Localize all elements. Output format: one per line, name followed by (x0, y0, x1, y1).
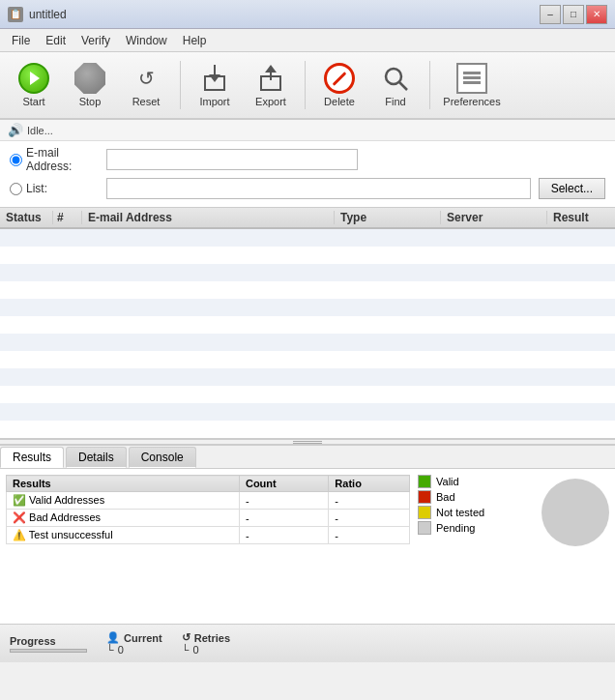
menu-window[interactable]: Window (118, 32, 175, 49)
title-bar-left: 📋 untitled (8, 7, 67, 22)
list-row: List: Select... (10, 176, 605, 201)
legend-bad: Bad (418, 490, 534, 504)
email-input[interactable] (106, 149, 358, 170)
legend-not-tested: Not tested (418, 506, 534, 519)
toolbar-separator-2 (305, 61, 306, 109)
close-button[interactable]: ✕ (586, 5, 607, 24)
valid-label: ✅ Valid Addresses (7, 492, 240, 510)
menu-file[interactable]: File (4, 32, 38, 49)
import-label: Import (199, 96, 229, 107)
start-button[interactable]: Start (8, 57, 60, 113)
reset-label: Reset (132, 96, 161, 107)
legend-not-tested-label: Not tested (436, 507, 484, 518)
tab-bar: Results Details Console (0, 446, 615, 469)
menu-edit[interactable]: Edit (38, 32, 73, 49)
list-label: List: (26, 182, 47, 195)
table-header: Status # E-mail Address Type Server Resu… (0, 208, 615, 229)
stop-icon (74, 63, 105, 94)
results-col-label: Results (7, 476, 240, 492)
table-row (0, 368, 615, 386)
table-row (0, 264, 615, 281)
legend-pending: Pending (418, 521, 534, 535)
current-value: 0 (118, 644, 124, 656)
valid-count: - (239, 492, 328, 510)
list-input[interactable] (106, 178, 531, 199)
toolbar-separator-1 (180, 61, 181, 109)
minimize-button[interactable]: – (540, 5, 561, 24)
tab-details[interactable]: Details (66, 447, 127, 468)
reset-icon (131, 63, 161, 94)
import-icon (199, 63, 230, 94)
window-title: untitled (29, 8, 67, 21)
table-row (0, 316, 615, 334)
import-button[interactable]: Import (189, 57, 241, 113)
delete-button[interactable]: Delete (313, 57, 366, 113)
list-radio[interactable] (10, 183, 22, 195)
select-button[interactable]: Select... (539, 178, 605, 199)
person-icon: 👤 (106, 631, 120, 644)
bad-ratio: - (329, 510, 410, 527)
delete-icon (324, 63, 355, 94)
retries-icon: ↺ (182, 631, 190, 644)
email-label: E-mail Address: (26, 146, 106, 173)
current-value-row: └ 0 (106, 644, 124, 656)
export-label: Export (255, 96, 286, 107)
list-radio-label[interactable]: List: (10, 182, 106, 195)
col-status: Status (0, 211, 53, 224)
stop-label: Stop (79, 96, 102, 107)
unsuccessful-count: - (239, 527, 328, 544)
find-icon-svg (380, 63, 411, 94)
stop-button[interactable]: Stop (64, 57, 116, 113)
status-icon: 🔊 (8, 123, 23, 137)
title-bar-controls: – □ ✕ (540, 5, 607, 24)
table-row (0, 229, 615, 247)
col-type: Type (335, 211, 441, 224)
bad-icon: ❌ (13, 511, 26, 523)
email-radio-label[interactable]: E-mail Address: (10, 146, 106, 173)
find-icon (380, 63, 411, 94)
tab-results[interactable]: Results (0, 447, 64, 468)
table-row (0, 386, 615, 403)
find-button[interactable]: Find (369, 57, 422, 113)
legend-pending-label: Pending (436, 522, 475, 534)
unsuccessful-text: Test unsuccessful (29, 529, 113, 540)
menu-help[interactable]: Help (175, 32, 215, 49)
export-button[interactable]: Export (245, 57, 297, 113)
delete-label: Delete (324, 96, 355, 107)
preferences-icon-graphic (456, 63, 487, 94)
unsuccessful-label: ⚠️ Test unsuccessful (7, 527, 240, 544)
preferences-button[interactable]: Preferences (438, 57, 506, 113)
table-row (0, 247, 615, 264)
progress-bar (10, 649, 87, 653)
menu-verify[interactable]: Verify (73, 32, 118, 49)
start-icon-graphic (18, 63, 49, 94)
maximize-button[interactable]: □ (563, 5, 584, 24)
table-row (0, 421, 615, 438)
input-area: E-mail Address: List: Select... (0, 141, 615, 208)
bad-label: ❌ Bad Addresses (7, 510, 240, 527)
unsuccessful-ratio: - (329, 527, 410, 544)
progress-section: Progress (10, 635, 87, 653)
reset-button[interactable]: Reset (120, 57, 172, 113)
legend-pending-color (418, 521, 431, 535)
email-table-container: Status # E-mail Address Type Server Resu… (0, 208, 615, 439)
current-label: Current (124, 632, 162, 644)
bad-text: Bad Addresses (29, 511, 101, 523)
tab-console[interactable]: Console (129, 447, 196, 468)
bad-count: - (239, 510, 328, 527)
svg-rect-10 (463, 81, 481, 84)
results-col-ratio: Ratio (329, 476, 410, 492)
valid-ratio: - (329, 492, 410, 510)
progress-label: Progress (10, 635, 56, 647)
table-row (0, 281, 615, 299)
import-icon-svg (199, 63, 230, 94)
preferences-label: Preferences (443, 96, 500, 107)
col-email: E-mail Address (82, 211, 335, 224)
results-row-unsuccessful: ⚠️ Test unsuccessful - - (7, 527, 410, 544)
col-hash: # (53, 211, 82, 224)
results-row-bad: ❌ Bad Addresses - - (7, 510, 410, 527)
preferences-icon (456, 63, 487, 94)
email-radio[interactable] (10, 154, 22, 166)
results-row-valid: ✅ Valid Addresses - - (7, 492, 410, 510)
legend: Valid Bad Not tested Pending (418, 475, 534, 618)
